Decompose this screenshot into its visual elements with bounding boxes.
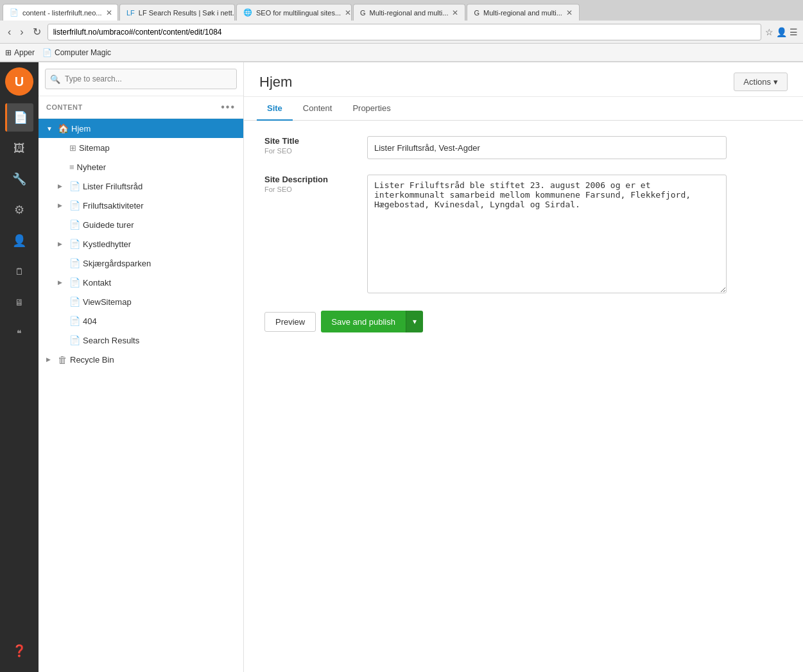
tab-icon-2: LF [126,9,135,17]
tree-item-lister[interactable]: ▶ 📄 Lister Friluftsråd [39,177,243,196]
sidebar-item-help[interactable]: ❓ [5,637,33,665]
site-title-input-col [367,136,727,159]
tab-site[interactable]: Site [257,97,293,121]
preview-label: Preview [275,317,305,327]
menu-icon[interactable]: ☰ [790,27,798,37]
tree-item-kystled[interactable]: ▶ 📄 Kystledhytter [39,234,243,254]
save-publish-arrow-button[interactable]: ▾ [406,311,423,332]
tree-item-skjaer[interactable]: 📄 Skjærgårdsparken [39,254,243,273]
tree-item-searchresults[interactable]: 📄 Search Results [39,331,243,350]
site-description-input-col: Lister Friluftsråd ble stiftet 23. augus… [367,175,727,295]
sidebar-item-settings[interactable]: 🔧 [5,165,33,193]
site-description-row: Site Description For SEO Lister Frilufts… [264,175,782,295]
tree-item-frilufts[interactable]: ▶ 📄 Friluftsaktiviteter [39,196,243,215]
tree-header-label: CONTENT [46,103,83,111]
tree-options-button[interactable]: ••• [221,101,236,113]
404-label: 404 [83,316,243,326]
umbraco-logo[interactable]: U [5,67,33,96]
logo-text: U [15,74,24,89]
skjaer-label: Skjærgårdsparken [83,259,243,268]
tree-item-recycle[interactable]: ▶ 🗑 Recycle Bin [39,350,243,369]
tree-item-kontakt[interactable]: ▶ 📄 Kontakt [39,273,243,292]
tab-site-label: Site [267,103,282,113]
bookmark-computer-magic[interactable]: 📄 Computer Magic [42,48,111,57]
viewsitemap-icon: 📄 [69,297,80,307]
apps-grid-icon: ⊞ [5,48,12,57]
tree-item-hjem[interactable]: ▼ 🏠 Hjem [39,119,243,138]
tab-icon-5: G [474,9,479,17]
frilufts-chevron: ▶ [58,202,67,209]
profile-icon[interactable]: 👤 [776,27,787,37]
site-description-sublabel: For SEO [264,185,354,193]
frilufts-icon: 📄 [69,200,80,211]
browser-tab-4[interactable]: G Multi-regional and multi... ✕ [353,4,465,21]
tree-item-guidede[interactable]: 📄 Guidede turer [39,215,243,234]
address-bar[interactable] [47,24,761,40]
form-actions: Preview Save and publish ▾ [264,311,782,332]
searchresults-icon: 📄 [69,335,80,345]
tab-properties[interactable]: Properties [342,97,401,121]
bookmark-star-icon[interactable]: ☆ [765,27,773,37]
tree-item-viewsitemap[interactable]: 📄 ViewSitemap [39,292,243,311]
nyheter-label: Nyheter [77,162,243,172]
browser-tab-1[interactable]: 📄 content - listerfriluft.neo... ✕ [3,4,118,21]
tab-close-3[interactable]: ✕ [345,8,351,17]
bookmark-apps[interactable]: ⊞ Apper [5,48,35,57]
site-title-sublabel: For SEO [264,147,354,155]
site-title-input[interactable] [367,136,727,159]
sitemap-label: Sitemap [79,143,243,153]
save-publish-button[interactable]: Save and publish [321,311,406,332]
tab-icon-3: 🌐 [243,8,252,17]
browser-chrome: 📄 content - listerfriluft.neo... ✕ LF LF… [0,0,803,62]
sidebar-item-forms[interactable]: 🗒 [5,257,33,286]
tab-close-4[interactable]: ✕ [452,8,458,17]
preview-button[interactable]: Preview [264,312,316,332]
tab-close-5[interactable]: ✕ [566,8,573,17]
sidebar-item-config[interactable]: ⚙ [5,196,33,224]
tab-close-1[interactable]: ✕ [106,8,112,17]
tree-header: CONTENT ••• [39,96,243,119]
actions-button[interactable]: Actions ▾ [734,73,788,91]
browser-toolbar: ‹ › ↻ ☆ 👤 ☰ [0,21,803,44]
site-title-label-col: Site Title For SEO [264,136,354,159]
tree-item-sitemap[interactable]: ⊞ Sitemap [39,138,243,157]
forward-button[interactable]: › [17,25,26,39]
guidede-label: Guidede turer [83,220,243,230]
translation-icon: ❝ [17,328,22,338]
actions-label: Actions [743,77,771,87]
tree-search-input[interactable] [45,69,237,89]
kontakt-chevron: ▶ [58,279,67,286]
site-description-textarea[interactable]: Lister Friluftsråd ble stiftet 23. augus… [367,175,727,293]
tab-content[interactable]: Content [293,97,343,121]
frilufts-label: Friluftsaktiviteter [83,201,243,211]
main-content: Hjem Actions ▾ Site Content Properties S… [244,62,803,672]
browser-tab-2[interactable]: LF LF Search Results | Søk i nett... ✕ [119,4,235,21]
users-icon: 👤 [12,234,26,248]
tree-item-404[interactable]: 📄 404 [39,311,243,331]
sidebar-item-deploy[interactable]: 🖥 [5,288,33,316]
browser-tab-5[interactable]: G Multi-regional and multi... ✕ [467,4,579,21]
tree-item-nyheter[interactable]: ≡ Nyheter [39,157,243,177]
bookmark-page-icon: 📄 [42,48,52,57]
forms-icon: 🗒 [15,266,24,277]
searchresults-label: Search Results [83,336,243,345]
site-title-row: Site Title For SEO [264,136,782,159]
lister-icon: 📄 [69,181,80,191]
bookmarks-bar: ⊞ Apper 📄 Computer Magic [0,44,803,62]
site-description-label: Site Description [264,175,354,184]
back-button[interactable]: ‹ [5,25,13,39]
reload-button[interactable]: ↻ [30,24,44,39]
kontakt-label: Kontakt [83,278,243,288]
lister-chevron: ▶ [58,183,67,189]
browser-tab-3[interactable]: 🌐 SEO for multilingual sites... ✕ [236,4,352,21]
sidebar-item-users[interactable]: 👤 [5,227,33,255]
sidebar-item-translation[interactable]: ❝ [5,319,33,347]
kystled-chevron: ▶ [58,241,67,247]
recycle-chevron: ▶ [46,356,55,363]
tab-content-label: Content [303,103,332,113]
sidebar-item-content[interactable]: 📄 [5,103,33,132]
nyheter-icon: ≡ [69,162,74,172]
sidebar-item-media[interactable]: 🖼 [5,134,33,162]
sitemap-icon: ⊞ [69,143,76,153]
kystled-label: Kystledhytter [83,239,243,249]
